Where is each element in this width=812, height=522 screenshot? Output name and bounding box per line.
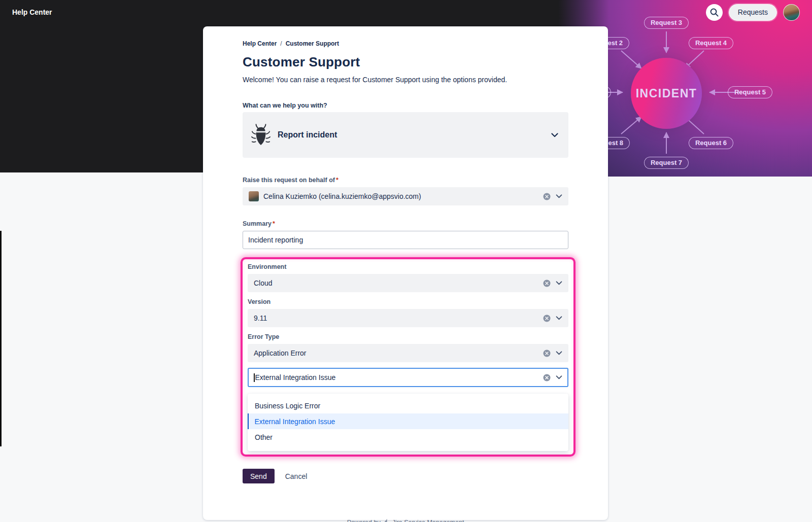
summary-label: Summary* xyxy=(243,220,568,227)
chevron-down-icon xyxy=(551,133,558,137)
error-type-label: Error Type xyxy=(248,333,568,340)
chevron-down-icon[interactable] xyxy=(556,375,562,379)
diagram-node-request-4: Request 4 xyxy=(689,37,733,49)
powered-by-text: Powered by xyxy=(347,519,381,522)
environment-value: Cloud xyxy=(254,279,273,287)
welcome-text: Welcome! You can raise a request for Cus… xyxy=(243,76,568,84)
breadcrumb-customer-support[interactable]: Customer Support xyxy=(286,40,339,47)
subcategory-value: External Integration Issue xyxy=(255,373,336,381)
user-avatar[interactable] xyxy=(783,4,800,21)
incident-label: INCIDENT xyxy=(636,87,697,100)
version-value: 9.11 xyxy=(254,314,267,322)
topbar: Help Center Requests xyxy=(0,0,812,24)
search-icon xyxy=(709,8,719,17)
version-select[interactable]: 9.11 xyxy=(248,309,568,327)
required-asterisk: * xyxy=(336,177,339,184)
diagram-node-request-5: Request 5 xyxy=(728,86,772,98)
send-button[interactable]: Send xyxy=(243,469,275,483)
chevron-down-icon[interactable] xyxy=(556,194,562,198)
subcategory-dropdown-menu: Business Logic Error External Integratio… xyxy=(248,394,568,451)
environment-label: Environment xyxy=(248,263,568,270)
form-actions: Send Cancel xyxy=(243,469,568,483)
diagram-node-request-7: Request 7 xyxy=(644,157,689,169)
error-type-select[interactable]: Application Error xyxy=(248,344,568,362)
breadcrumb: Help Center / Customer Support xyxy=(243,40,568,47)
behalf-user-avatar xyxy=(249,191,259,201)
clear-icon[interactable] xyxy=(543,350,551,357)
powered-by-footer: Powered by Jira Service Management xyxy=(243,519,568,522)
highlighted-custom-fields: Environment Cloud Version 9.11 Err xyxy=(241,257,576,457)
option-business-logic-error[interactable]: Business Logic Error xyxy=(248,398,568,413)
left-edge-scroll-line xyxy=(0,231,2,446)
breadcrumb-help-center[interactable]: Help Center xyxy=(243,40,277,47)
behalf-select[interactable]: Celina Kuziemko (celina.kuziemko@appsvio… xyxy=(243,187,568,205)
jira-logo-icon xyxy=(383,519,390,522)
bug-icon xyxy=(251,123,270,147)
helpcenter-title: Help Center xyxy=(12,8,52,16)
environment-select[interactable]: Cloud xyxy=(248,274,568,292)
request-type-label: What can we help you with? xyxy=(243,102,568,109)
chevron-down-icon[interactable] xyxy=(556,316,562,320)
chevron-down-icon[interactable] xyxy=(556,281,562,285)
clear-icon[interactable] xyxy=(543,280,551,287)
diagram-node-request-6: Request 6 xyxy=(689,137,733,149)
text-cursor xyxy=(254,373,255,382)
cancel-button[interactable]: Cancel xyxy=(285,472,308,480)
chevron-down-icon[interactable] xyxy=(556,351,562,355)
clear-icon[interactable] xyxy=(543,374,551,381)
breadcrumb-separator: / xyxy=(280,40,282,47)
summary-value: Incident reporting xyxy=(248,236,303,244)
behalf-label: Raise this request on behalf of* xyxy=(243,177,568,184)
request-type-value: Report incident xyxy=(278,130,337,140)
clear-icon[interactable] xyxy=(543,193,551,200)
clear-icon[interactable] xyxy=(543,315,551,322)
page-title: Customer Support xyxy=(243,54,568,70)
subcategory-combobox[interactable]: External Integration Issue xyxy=(248,368,568,387)
summary-input[interactable]: Incident reporting xyxy=(243,231,568,249)
option-other[interactable]: Other xyxy=(248,429,568,445)
incident-circle: INCIDENT xyxy=(631,58,702,129)
request-type-select[interactable]: Report incident xyxy=(243,112,568,158)
search-button[interactable] xyxy=(706,4,723,21)
error-type-value: Application Error xyxy=(254,349,307,357)
requests-button[interactable]: Requests xyxy=(729,4,777,21)
behalf-value: Celina Kuziemko (celina.kuziemko@appsvio… xyxy=(263,192,421,200)
required-asterisk: * xyxy=(273,220,275,227)
product-name: Jira Service Management xyxy=(392,519,464,522)
request-form-card: Help Center / Customer Support Customer … xyxy=(203,26,608,520)
option-external-integration-issue[interactable]: External Integration Issue xyxy=(248,413,568,429)
version-label: Version xyxy=(248,298,568,305)
